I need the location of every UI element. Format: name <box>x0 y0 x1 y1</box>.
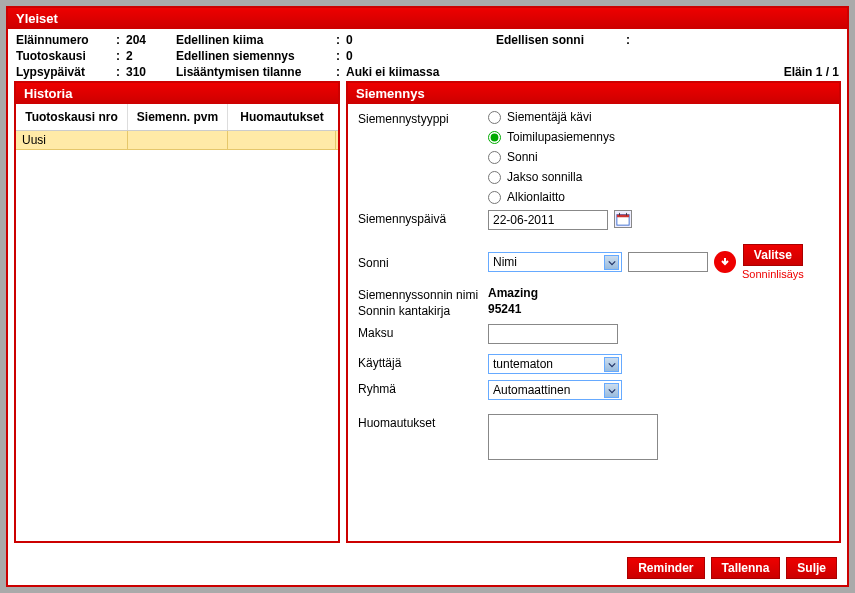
footer-buttons: Reminder Tallenna Sulje <box>627 557 837 579</box>
bull-name-value: Amazing <box>488 286 538 300</box>
save-button[interactable]: Tallenna <box>711 557 781 579</box>
radio-embryo[interactable]: Alkionlaitto <box>488 190 615 204</box>
chevron-down-icon <box>604 357 619 372</box>
select-button[interactable]: Valitse <box>743 244 803 266</box>
radio-bull-period[interactable]: Jakso sonnilla <box>488 170 615 184</box>
days-value: 310 <box>126 65 166 79</box>
bull-label: Sonni <box>358 254 488 270</box>
close-button[interactable]: Sulje <box>786 557 837 579</box>
prev-heat-label: Edellinen kiima <box>176 33 326 47</box>
chevron-down-icon <box>604 255 619 270</box>
group-select[interactable]: Automaattinen <box>488 380 622 400</box>
main-window: Yleiset Eläinnumero:204 Tuotoskausi:2 Ly… <box>6 6 849 587</box>
add-bull-link[interactable]: Sonninlisäys <box>742 268 804 280</box>
fee-label: Maksu <box>358 324 488 340</box>
user-select[interactable]: tuntematon <box>488 354 622 374</box>
history-title: Historia <box>16 83 338 104</box>
date-label: Siemennyspäivä <box>358 210 488 226</box>
herdbook-value: 95241 <box>488 302 521 316</box>
user-label: Käyttäjä <box>358 354 488 370</box>
calendar-icon[interactable] <box>614 210 632 228</box>
type-radio-group: Siementäjä kävi Toimilupasiemennys Sonni… <box>488 110 615 204</box>
fee-input[interactable] <box>488 324 618 344</box>
lactation-label: Tuotoskausi <box>16 49 116 63</box>
col-lactation-no: Tuotoskausi nro <box>16 104 128 130</box>
insemination-title: Siemennys <box>348 83 839 104</box>
col-remarks: Huomautukset <box>228 104 336 130</box>
cell-lactation-no: Uusi <box>16 131 128 149</box>
table-row[interactable]: Uusi <box>16 131 338 150</box>
radio-bull[interactable]: Sonni <box>488 150 615 164</box>
bull-select[interactable]: Nimi <box>488 252 622 272</box>
animal-counter: Eläin 1 / 1 <box>784 65 839 79</box>
insemination-panel: Siemennys Siemennystyyppi Siementäjä käv… <box>346 81 841 543</box>
remarks-label: Huomautukset <box>358 414 488 430</box>
animal-no-value: 204 <box>126 33 166 47</box>
prev-bull-label: Edellisen sonni <box>496 33 616 47</box>
herdbook-label: Sonnin kantakirja <box>358 302 488 318</box>
group-label: Ryhmä <box>358 380 488 396</box>
window-title: Yleiset <box>8 8 847 29</box>
cell-insem-date <box>128 131 228 149</box>
prev-bull-value <box>636 33 676 47</box>
svg-rect-1 <box>617 215 629 218</box>
info-section: Eläinnumero:204 Tuotoskausi:2 Lypsypäivä… <box>8 29 847 81</box>
date-input[interactable] <box>488 210 608 230</box>
prev-heat-value: 0 <box>346 33 386 47</box>
chevron-down-icon <box>604 383 619 398</box>
prev-insem-label: Edellinen siemennys <box>176 49 326 63</box>
radio-technician[interactable]: Siementäjä kävi <box>488 110 615 124</box>
days-label: Lypsypäivät <box>16 65 116 79</box>
history-panel: Historia Tuotoskausi nro Siemenn. pvm Hu… <box>14 81 340 543</box>
repro-status-value: Auki ei kiimassa <box>346 65 486 79</box>
history-header: Tuotoskausi nro Siemenn. pvm Huomautukse… <box>16 104 338 131</box>
cell-remarks <box>228 131 336 149</box>
sync-icon[interactable] <box>714 251 736 273</box>
bull-code-input[interactable] <box>628 252 708 272</box>
repro-status-label: Lisääntymisen tilanne <box>176 65 326 79</box>
lactation-value: 2 <box>126 49 166 63</box>
radio-diy[interactable]: Toimilupasiemennys <box>488 130 615 144</box>
animal-no-label: Eläinnumero <box>16 33 116 47</box>
remarks-input[interactable] <box>488 414 658 460</box>
bull-name-label: Siemennyssonnin nimi <box>358 286 488 302</box>
prev-insem-value: 0 <box>346 49 386 63</box>
reminder-button[interactable]: Reminder <box>627 557 704 579</box>
col-insem-date: Siemenn. pvm <box>128 104 228 130</box>
type-label: Siemennystyyppi <box>358 110 488 126</box>
